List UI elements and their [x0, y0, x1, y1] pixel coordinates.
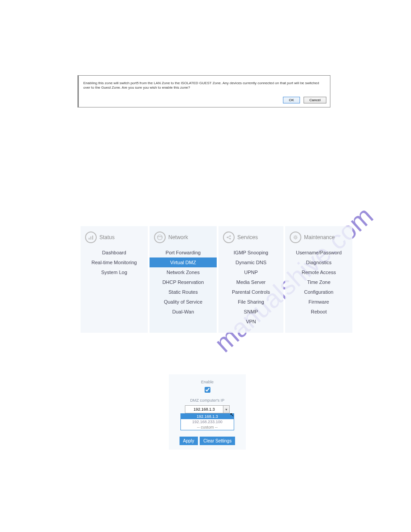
menu-header-label: Status: [99, 234, 115, 240]
menu-item-realtime-monitoring[interactable]: Real-time Monitoring: [81, 257, 148, 267]
menu-item-snmp[interactable]: SNMP: [218, 307, 283, 317]
svg-rect-1: [90, 236, 91, 240]
confirm-dialog: Enabling this zone will switch port5 fro…: [77, 75, 330, 107]
gear-icon: [290, 232, 301, 243]
menu-item-time-zone[interactable]: Time Zone: [285, 277, 352, 287]
menu-item-virtual-dmz[interactable]: Virtual DMZ: [150, 257, 217, 267]
dialog-message: Enabling this zone will switch port5 fro…: [79, 76, 330, 94]
dropdown-arrow-icon[interactable]: ▼: [223, 405, 230, 413]
menu-item-configuration[interactable]: Configuration: [285, 287, 352, 297]
navigation-menu: Status Dashboard Real-time Monitoring Sy…: [81, 226, 352, 333]
menu-item-port-forwarding[interactable]: Port Forwarding: [150, 248, 217, 257]
ip-label: DMZ computer's IP: [169, 398, 246, 403]
ip-option[interactable]: 192.168.233.100: [181, 419, 234, 425]
menu-header-maintenance: Maintenance: [285, 230, 352, 248]
ip-input[interactable]: [185, 405, 223, 413]
menu-item-firmware[interactable]: Firmware: [285, 297, 352, 307]
menu-item-dashboard[interactable]: Dashboard: [81, 248, 148, 257]
ip-dropdown: 192.168.1.3 192.168.233.100 -- custom --: [180, 413, 234, 430]
svg-point-9: [295, 236, 296, 238]
menu-col-status: Status Dashboard Real-time Monitoring Sy…: [81, 226, 148, 333]
enable-checkbox[interactable]: [205, 387, 210, 393]
menu-header-status: Status: [81, 230, 148, 248]
menu-item-username-password[interactable]: Username/Password: [285, 248, 352, 257]
menu-item-upnp[interactable]: UPNP: [218, 267, 283, 277]
enable-checkbox-wrap: [169, 387, 246, 394]
ip-select-wrap: ▼ ↖: [185, 405, 230, 413]
menu-item-parental-controls[interactable]: Parental Controls: [218, 287, 283, 297]
menu-item-system-log[interactable]: System Log: [81, 267, 148, 277]
menu-header-label: Network: [168, 234, 188, 240]
menu-item-network-zones[interactable]: Network Zones: [150, 267, 217, 277]
clear-settings-button[interactable]: Clear Settings: [200, 437, 235, 445]
enable-label: Enable: [169, 380, 246, 384]
ip-option-selected[interactable]: 192.168.1.3: [181, 414, 234, 419]
svg-rect-0: [89, 238, 90, 240]
ok-button[interactable]: OK: [283, 97, 300, 103]
menu-item-media-server[interactable]: Media Server: [218, 277, 283, 287]
svg-rect-2: [92, 236, 93, 240]
menu-header-label: Maintenance: [304, 234, 335, 240]
apply-button[interactable]: Apply: [180, 437, 198, 445]
dialog-footer: OK Cancel: [79, 94, 330, 107]
menu-item-igmp-snooping[interactable]: IGMP Snooping: [218, 248, 283, 257]
menu-item-static-routes[interactable]: Static Routes: [150, 287, 217, 297]
menu-item-dual-wan[interactable]: Dual-Wan: [150, 307, 217, 317]
svg-line-8: [227, 237, 230, 239]
menu-item-file-sharing[interactable]: File Sharing: [218, 297, 283, 307]
menu-item-dhcp-reservation[interactable]: DHCP Reservation: [150, 277, 217, 287]
menu-col-maintenance: Maintenance Username/Password Diagnostic…: [285, 226, 352, 333]
menu-item-vpn[interactable]: VPN: [218, 317, 283, 326]
menu-item-diagnostics[interactable]: Diagnostics: [285, 257, 352, 267]
globe-icon: [154, 232, 166, 243]
svg-point-3: [158, 235, 163, 240]
dmz-buttons: Apply Clear Settings: [169, 437, 246, 445]
menu-header-label: Services: [237, 234, 258, 240]
menu-item-qos[interactable]: Quality of Service: [150, 297, 217, 307]
svg-line-7: [227, 236, 230, 237]
share-icon: [223, 232, 235, 243]
menu-item-dynamic-dns[interactable]: Dynamic DNS: [218, 257, 283, 267]
menu-item-remote-access[interactable]: Remote Access: [285, 267, 352, 277]
menu-header-services: Services: [218, 230, 283, 248]
cancel-button[interactable]: Cancel: [304, 97, 326, 103]
ip-option-custom[interactable]: -- custom --: [181, 425, 234, 430]
menu-col-network: Network Port Forwarding Virtual DMZ Netw…: [150, 226, 217, 333]
menu-item-reboot[interactable]: Reboot: [285, 307, 352, 317]
menu-header-network: Network: [150, 230, 217, 248]
dmz-settings-panel: Enable DMZ computer's IP ▼ ↖ 192.168.1.3…: [169, 374, 246, 450]
bars-icon: [85, 232, 97, 243]
menu-col-services: Services IGMP Snooping Dynamic DNS UPNP …: [218, 226, 283, 333]
